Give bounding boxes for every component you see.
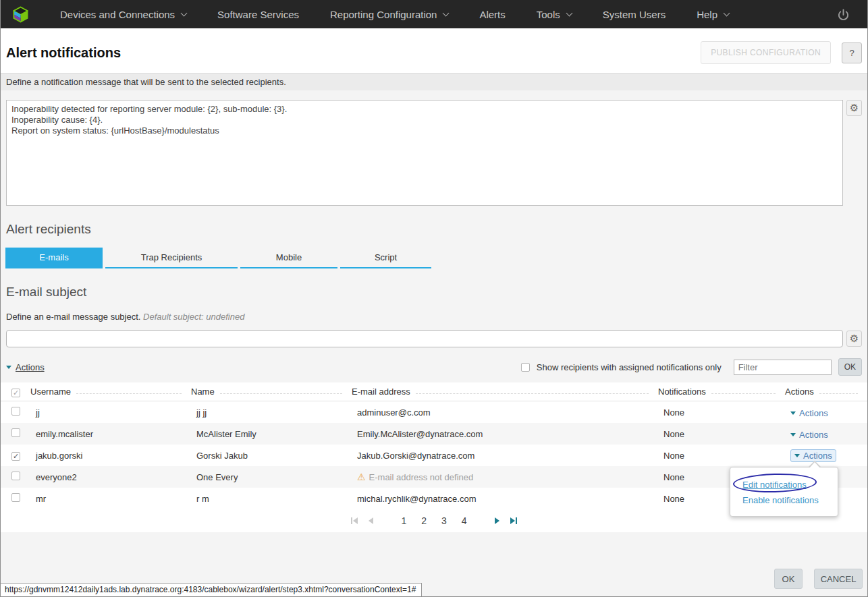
page-title: Alert notifications <box>6 45 121 61</box>
select-all-checkbox[interactable] <box>11 389 20 397</box>
tab-mobile[interactable]: Mobile <box>240 248 337 268</box>
menu-item-edit-notifications[interactable]: Edit notifications <box>730 477 838 492</box>
nav-label: Devices and Connections <box>60 9 175 20</box>
filter-ok-button[interactable]: OK <box>838 358 862 376</box>
recipients-toolbar: Actions Show recipients with assigned no… <box>6 358 862 376</box>
column-header-email[interactable]: E-mail address <box>352 387 410 397</box>
row-checkbox[interactable] <box>11 407 20 416</box>
publish-configuration-button[interactable]: PUBLISH CONFIGURATION <box>701 41 831 64</box>
help-button[interactable]: ? <box>842 42 862 63</box>
email-subject-heading: E-mail subject <box>6 285 867 300</box>
actions-collapse-label: Actions <box>16 362 45 372</box>
logout-power-button[interactable] <box>837 8 857 21</box>
cell-username: jakub.gorski <box>30 451 191 461</box>
nav-item-reporting-configuration[interactable]: Reporting Configuration <box>315 0 464 28</box>
header-leader-line <box>416 393 649 394</box>
nav-item-tools[interactable]: Tools <box>521 0 587 28</box>
cell-name: One Every <box>191 472 352 482</box>
last-page-icon <box>510 517 515 524</box>
row-actions-label: Actions <box>799 408 828 418</box>
row-emily-mcalister: emily.mcalister McAlister Emily Emily.Mc… <box>1 423 867 445</box>
actions-collapse-link[interactable]: Actions <box>6 362 45 372</box>
pagination-last-button[interactable] <box>510 517 517 524</box>
message-settings-gear-icon[interactable]: ⚙ <box>846 100 862 116</box>
nav-item-devices-and-connections[interactable]: Devices and Connections <box>45 0 202 28</box>
cell-email-missing: E-mail address not defined <box>369 472 474 482</box>
alert-notifications-page: Devices and Connections Software Service… <box>0 0 868 597</box>
wizard-cancel-button[interactable]: CANCEL <box>814 569 863 589</box>
cell-email: michal.rychlik@dynatrace.com <box>352 494 658 504</box>
nav-item-software-services[interactable]: Software Services <box>202 0 315 28</box>
triangle-down-icon <box>6 366 11 369</box>
page-number-2[interactable]: 2 <box>421 515 427 526</box>
row-actions-button[interactable]: Actions <box>790 408 828 418</box>
cell-notifications: None <box>658 407 785 418</box>
subject-input[interactable] <box>6 330 843 347</box>
column-header-notifications[interactable]: Notifications <box>658 387 706 397</box>
row-actions-label: Actions <box>803 451 832 461</box>
cell-email: adminuser@c.com <box>352 407 658 418</box>
tab-emails[interactable]: E-mails <box>5 248 103 268</box>
nav-item-help[interactable]: Help <box>681 0 744 28</box>
header-leader-line <box>711 393 776 394</box>
nav-item-alerts[interactable]: Alerts <box>464 0 520 28</box>
triangle-down-icon <box>790 433 796 436</box>
subject-default-note: Default subject: undefined <box>143 312 244 322</box>
header-leader-line <box>220 393 342 394</box>
cell-notifications: None <box>658 451 785 461</box>
row-checkbox[interactable] <box>11 472 20 480</box>
power-icon <box>837 8 850 21</box>
cell-name: McAlister Emily <box>191 429 352 439</box>
nav-label: Tools <box>537 9 560 20</box>
header-leader-line <box>76 393 182 394</box>
menu-item-enable-notifications[interactable]: Enable notifications <box>730 492 838 508</box>
pagination-prev-button[interactable] <box>369 517 373 524</box>
tab-trap-recipients[interactable]: Trap Recipients <box>105 248 238 268</box>
cell-username: everyone2 <box>30 472 191 482</box>
column-header-username[interactable]: Username <box>30 387 71 397</box>
tab-script[interactable]: Script <box>340 248 431 268</box>
cell-username: mr <box>30 494 191 504</box>
row-jj: jj jj jj adminuser@c.com None Actions <box>1 401 867 423</box>
page-number-3[interactable]: 3 <box>441 515 447 526</box>
table-header-row: Username Name E-mail address Notificatio… <box>1 382 867 401</box>
filter-input[interactable] <box>734 360 832 375</box>
pagination-next-button[interactable] <box>495 517 499 524</box>
header-leader-line <box>819 393 858 394</box>
cell-notifications: None <box>658 429 785 439</box>
cell-username: jj <box>30 407 191 418</box>
page-header: Alert notifications PUBLISH CONFIGURATIO… <box>1 28 867 73</box>
row-checkbox[interactable] <box>11 452 20 461</box>
row-checkbox[interactable] <box>11 493 20 502</box>
row-actions-button[interactable]: Actions <box>790 430 828 440</box>
row-checkbox[interactable] <box>11 428 20 437</box>
show-assigned-label: Show recipients with assigned notificati… <box>537 362 722 372</box>
recipient-tabs: E-mails Trap Recipients Mobile Script <box>5 248 863 268</box>
row-actions-button-open[interactable]: Actions <box>790 449 836 462</box>
nav-label: Alerts <box>479 9 505 20</box>
show-assigned-checkbox[interactable] <box>521 363 530 372</box>
subject-settings-gear-icon[interactable]: ⚙ <box>846 331 862 347</box>
top-navigation-bar: Devices and Connections Software Service… <box>1 0 867 28</box>
cell-email: Jakub.Gorski@dynatrace.com <box>352 451 658 461</box>
page-number-4[interactable]: 4 <box>462 515 467 526</box>
chevron-down-icon <box>443 9 450 16</box>
actions-dropdown-menu: Edit notifications Enable notifications <box>730 467 838 517</box>
notification-instruction: Define a notification message that will … <box>1 73 867 90</box>
next-page-icon <box>495 517 499 524</box>
subject-instruction-text: Define an e-mail message subject. <box>6 312 140 322</box>
nav-label: Reporting Configuration <box>330 9 437 20</box>
wizard-ok-button[interactable]: OK <box>774 569 803 589</box>
page-number-1[interactable]: 1 <box>401 515 406 526</box>
nav-label: System Users <box>603 9 666 20</box>
warning-icon: ⚠ <box>357 472 366 482</box>
column-header-name[interactable]: Name <box>191 387 215 397</box>
notification-message-textarea[interactable]: Inoperability detected for reporting ser… <box>6 100 843 206</box>
prev-page-icon <box>369 517 373 524</box>
pagination-first-button[interactable] <box>351 517 358 524</box>
column-header-actions[interactable]: Actions <box>785 387 814 397</box>
triangle-down-icon <box>794 454 800 457</box>
nav-item-system-users[interactable]: System Users <box>587 0 681 28</box>
chevron-down-icon <box>181 9 188 16</box>
row-actions-label: Actions <box>799 430 828 440</box>
